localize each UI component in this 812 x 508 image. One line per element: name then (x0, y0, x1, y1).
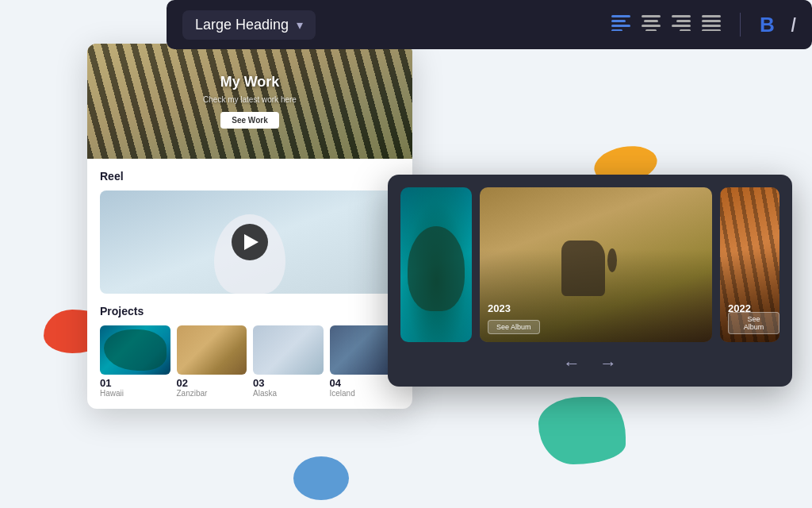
tiger-image: 2022 See Album (720, 187, 779, 342)
toolbar-separator (740, 13, 741, 37)
project-name-04: Iceland (330, 389, 400, 398)
align-left-icon[interactable] (611, 15, 630, 34)
formatting-toolbar: Large Heading ▾ B I (167, 0, 812, 49)
heading-style-label: Large Heading (195, 17, 289, 33)
card-body: Reel Projects 01 Hawaii 02 Zanzibar 03 A (87, 159, 412, 409)
blob-blue-decoration (293, 456, 349, 500)
project-item-01[interactable]: 01 Hawaii (100, 325, 170, 398)
svg-rect-8 (672, 15, 691, 17)
hero-subtitle: Check my latest work here (203, 95, 297, 104)
hero-overlay: My Work Check my latest work here See Wo… (87, 44, 412, 159)
bold-button[interactable]: B (760, 13, 775, 37)
gallery-strip: 2023 See Album 2022 See Album (400, 187, 779, 342)
svg-rect-3 (611, 29, 622, 31)
svg-rect-9 (676, 20, 691, 22)
project-thumb-03 (253, 325, 324, 375)
gallery-prev-button[interactable]: ← (563, 353, 580, 374)
reel-section-label: Reel (100, 170, 400, 183)
hero-section: My Work Check my latest work here See Wo… (87, 44, 412, 159)
project-thumb-02 (177, 325, 247, 375)
italic-button[interactable]: I (791, 13, 796, 37)
svg-rect-6 (642, 25, 661, 27)
alignment-group (611, 15, 721, 34)
blob-teal-decoration (538, 397, 626, 464)
play-triangle-icon (244, 234, 259, 250)
svg-rect-1 (611, 20, 626, 22)
svg-rect-14 (702, 25, 721, 27)
hero-title: My Work (220, 74, 280, 90)
gallery-item-tiger: 2022 See Album (720, 187, 779, 342)
project-name-01: Hawaii (100, 389, 170, 398)
album-year-2023: 2023 (488, 302, 511, 314)
project-name-03: Alaska (253, 389, 324, 398)
hero-cta-button[interactable]: See Work (220, 112, 278, 129)
gallery-card: 2023 See Album 2022 See Album ← → (388, 175, 792, 387)
svg-rect-13 (702, 20, 721, 22)
reel-thumbnail[interactable] (100, 190, 400, 294)
svg-rect-15 (702, 29, 721, 31)
gallery-next-button[interactable]: → (599, 353, 617, 374)
svg-rect-2 (611, 25, 630, 27)
see-album-button-2022[interactable]: See Album (728, 312, 779, 334)
project-name-02: Zanzibar (177, 389, 247, 398)
projects-section-label: Projects (100, 305, 400, 318)
project-item-03[interactable]: 03 Alaska (253, 325, 324, 398)
projects-grid: 01 Hawaii 02 Zanzibar 03 Alaska 04 Icela… (100, 325, 400, 398)
svg-rect-7 (645, 29, 657, 31)
svg-rect-0 (611, 15, 630, 17)
gallery-navigation: ← → (400, 353, 779, 374)
svg-rect-11 (680, 29, 691, 31)
gallery-item-elephant: 2023 See Album (480, 187, 712, 342)
project-item-02[interactable]: 02 Zanzibar (177, 325, 247, 398)
turtle-image (400, 187, 472, 342)
svg-rect-4 (642, 15, 661, 17)
project-thumb-01 (100, 325, 170, 375)
dropdown-arrow-icon: ▾ (297, 17, 303, 33)
svg-rect-12 (702, 15, 721, 17)
gallery-item-turtle (400, 187, 472, 342)
svg-rect-5 (644, 20, 658, 22)
heading-style-dropdown[interactable]: Large Heading ▾ (182, 10, 316, 40)
align-center-icon[interactable] (642, 15, 661, 34)
project-num-01: 01 (100, 378, 170, 388)
play-button[interactable] (232, 224, 268, 260)
align-right-icon[interactable] (672, 15, 691, 34)
elephant-image: 2023 See Album (480, 187, 712, 342)
project-num-03: 03 (253, 378, 324, 388)
svg-rect-10 (672, 25, 691, 27)
align-justify-icon[interactable] (702, 15, 721, 34)
see-album-button-2023[interactable]: See Album (488, 320, 540, 334)
website-preview-card: My Work Check my latest work here See Wo… (87, 44, 412, 409)
project-num-02: 02 (177, 378, 247, 388)
